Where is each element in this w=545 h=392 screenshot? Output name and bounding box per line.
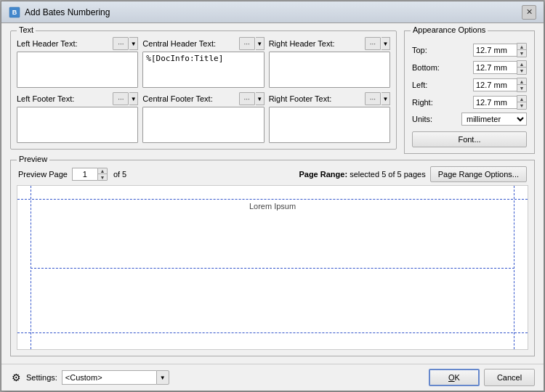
right-header-input[interactable] bbox=[269, 52, 390, 88]
right-footer-ellipsis-btn[interactable]: ··· ▼ bbox=[365, 92, 390, 105]
page-range-info: Page Range: selected 5 of 5 pages bbox=[299, 170, 425, 179]
left-footer-ellipsis-btn[interactable]: ··· ▼ bbox=[113, 92, 138, 105]
right-footer-ellipsis-icon[interactable]: ··· bbox=[365, 92, 381, 105]
bottom-input[interactable] bbox=[473, 61, 517, 74]
right-input[interactable] bbox=[473, 96, 517, 109]
left-footer-dropdown-arrow[interactable]: ▼ bbox=[129, 92, 138, 105]
left-label: Left: bbox=[412, 81, 445, 89]
central-header-ellipsis-btn[interactable]: ··· ▼ bbox=[239, 37, 265, 50]
left-footer-input[interactable] bbox=[17, 107, 138, 143]
appearance-group-title: Appearance Options bbox=[411, 25, 488, 34]
central-footer-label: Central Footer Text: bbox=[142, 94, 212, 103]
settings-input[interactable] bbox=[62, 370, 156, 385]
bottom-spinner: ▲ ▼ bbox=[517, 60, 527, 75]
left-footer-label: Left Footer Text: bbox=[17, 94, 74, 103]
dialog-body: Text Left Header Text: ··· ▼ bbox=[1, 23, 544, 364]
preview-of-label: of 5 bbox=[113, 170, 126, 179]
central-footer-group: Central Footer Text: ··· ▼ bbox=[142, 92, 264, 143]
preview-page-spinner: ▲ ▼ bbox=[97, 168, 108, 181]
page-range-value: selected 5 of 5 pages bbox=[350, 170, 426, 179]
page-range-options-button[interactable]: Page Range Options... bbox=[430, 166, 527, 182]
settings-dropdown-arrow[interactable]: ▼ bbox=[156, 370, 169, 385]
left-spinner: ▲ ▼ bbox=[517, 78, 527, 92]
central-footer-dropdown-arrow[interactable]: ▼ bbox=[256, 92, 265, 105]
bottom-spinner-up[interactable]: ▲ bbox=[517, 61, 526, 68]
preview-page-spinner-down[interactable]: ▼ bbox=[98, 174, 107, 180]
left-margin-row: Left: ▲ ▼ bbox=[412, 78, 527, 92]
font-button-label: Font... bbox=[458, 135, 480, 144]
footer-buttons: OK Cancel bbox=[429, 369, 535, 386]
right-footer-dropdown-arrow[interactable]: ▼ bbox=[382, 92, 390, 105]
appearance-group-box: Appearance Options Top: ▲ ▼ bbox=[404, 30, 535, 154]
left-spinner-down[interactable]: ▼ bbox=[517, 85, 526, 91]
central-header-ellipsis-icon[interactable]: ··· bbox=[239, 37, 255, 50]
left-header-ellipsis-icon[interactable]: ··· bbox=[113, 37, 129, 50]
dialog-footer: ⚙ Settings: ▼ OK Cancel bbox=[1, 364, 544, 391]
central-footer-input[interactable] bbox=[142, 107, 264, 143]
left-header-dropdown-arrow[interactable]: ▼ bbox=[129, 37, 138, 50]
svg-text:B: B bbox=[12, 9, 17, 16]
right-header-ellipsis-btn[interactable]: ··· ▼ bbox=[365, 37, 390, 50]
preview-divider-line bbox=[31, 268, 514, 269]
font-button[interactable]: Font... bbox=[412, 131, 527, 147]
right-header-ellipsis-icon[interactable]: ··· bbox=[365, 37, 381, 50]
left-header-input[interactable] bbox=[17, 52, 138, 88]
appearance-section: Appearance Options Top: ▲ ▼ bbox=[404, 30, 535, 154]
left-header-ellipsis-btn[interactable]: ··· ▼ bbox=[113, 37, 138, 50]
central-header-input[interactable]: %[DocInfo:Title] bbox=[142, 52, 264, 88]
preview-center-text: Lorem Ipsum bbox=[17, 202, 528, 211]
central-footer-ellipsis-icon[interactable]: ··· bbox=[239, 92, 255, 105]
ok-label: OK bbox=[448, 373, 460, 382]
main-content-area: Text Left Header Text: ··· ▼ bbox=[10, 30, 535, 154]
central-header-group: Central Header Text: ··· ▼ %[DocInfo:Tit… bbox=[142, 37, 264, 88]
top-label: Top: bbox=[412, 46, 445, 54]
units-label: Units: bbox=[412, 115, 432, 123]
right-spinner-down[interactable]: ▼ bbox=[517, 102, 526, 109]
cancel-button[interactable]: Cancel bbox=[484, 369, 535, 386]
right-footer-label: Right Footer Text: bbox=[269, 94, 332, 103]
left-input[interactable] bbox=[473, 78, 517, 91]
bottom-label: Bottom: bbox=[412, 63, 445, 72]
page-range-label: Page Range: bbox=[299, 170, 347, 179]
preview-page-input[interactable] bbox=[72, 168, 97, 181]
left-spinner-up[interactable]: ▲ bbox=[517, 78, 526, 85]
preview-group-box: Preview Preview Page ▲ ▼ of 5 Page Range… bbox=[10, 160, 535, 356]
central-header-dropdown-arrow[interactable]: ▼ bbox=[256, 37, 265, 50]
bottom-margin-row: Bottom: ▲ ▼ bbox=[412, 60, 527, 75]
right-header-label: Right Header Text: bbox=[269, 39, 335, 48]
cancel-label: Cancel bbox=[497, 373, 522, 382]
page-range-btn-label: Page Range Options... bbox=[438, 170, 519, 179]
preview-canvas: Lorem Ipsum bbox=[17, 185, 528, 350]
preview-top-margin-line bbox=[17, 199, 528, 200]
dialog-title: Add Bates Numbering bbox=[25, 7, 110, 17]
text-section: Text Left Header Text: ··· ▼ bbox=[10, 30, 397, 154]
left-header-label: Left Header Text: bbox=[17, 39, 78, 48]
bottom-spinner-down[interactable]: ▼ bbox=[517, 68, 526, 74]
top-margin-row: Top: ▲ ▼ bbox=[412, 43, 527, 57]
left-footer-ellipsis-icon[interactable]: ··· bbox=[113, 92, 129, 105]
close-button[interactable]: ✕ bbox=[522, 5, 536, 20]
ok-button[interactable]: OK bbox=[429, 369, 480, 386]
right-header-group: Right Header Text: ··· ▼ bbox=[269, 37, 390, 88]
settings-label: Settings: bbox=[26, 373, 57, 382]
top-input[interactable] bbox=[473, 44, 517, 57]
right-header-dropdown-arrow[interactable]: ▼ bbox=[382, 37, 390, 50]
right-spinner-up[interactable]: ▲ bbox=[517, 96, 526, 102]
central-header-label: Central Header Text: bbox=[142, 39, 216, 48]
preview-controls: Preview Page ▲ ▼ of 5 Page Range: select… bbox=[11, 160, 534, 185]
left-footer-group: Left Footer Text: ··· ▼ bbox=[17, 92, 138, 143]
right-footer-input[interactable] bbox=[269, 107, 390, 143]
preview-section: Preview Preview Page ▲ ▼ of 5 Page Range… bbox=[10, 160, 535, 356]
add-bates-numbering-dialog: B Add Bates Numbering ✕ Text bbox=[1, 1, 544, 391]
top-spinner-down[interactable]: ▼ bbox=[517, 50, 526, 57]
text-group-title: Text bbox=[17, 25, 36, 34]
preview-page-spinner-up[interactable]: ▲ bbox=[98, 168, 107, 174]
top-spinner-up[interactable]: ▲ bbox=[517, 44, 526, 50]
units-select[interactable]: millimeter inch point bbox=[461, 113, 527, 126]
right-margin-row: Right: ▲ ▼ bbox=[412, 95, 527, 110]
central-footer-ellipsis-btn[interactable]: ··· ▼ bbox=[239, 92, 265, 105]
title-bar: B Add Bates Numbering ✕ bbox=[1, 1, 544, 23]
left-header-group: Left Header Text: ··· ▼ bbox=[17, 37, 138, 88]
text-group-box: Text Left Header Text: ··· ▼ bbox=[10, 30, 397, 150]
right-footer-group: Right Footer Text: ··· ▼ bbox=[269, 92, 390, 143]
